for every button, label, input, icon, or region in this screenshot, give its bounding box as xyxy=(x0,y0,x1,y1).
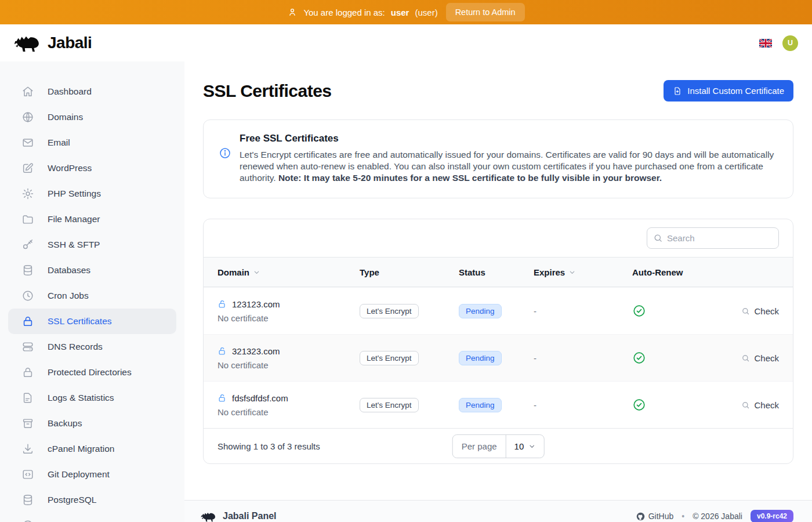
expires-value: - xyxy=(534,306,632,316)
chevron-down-icon xyxy=(253,269,260,276)
sidebar-item-dns-records[interactable]: DNS Records xyxy=(8,334,176,360)
type-badge: Let's Encrypt xyxy=(360,304,419,318)
sidebar-item-ssl-certificates[interactable]: SSL Certificates xyxy=(8,309,176,334)
sidebar-item-protected-directories[interactable]: Protected Directories xyxy=(8,360,176,385)
info-card-title: Free SSL Certificates xyxy=(240,133,778,144)
sidebar-item-databases[interactable]: Databases xyxy=(8,258,176,283)
sidebar-item-label: Domains xyxy=(48,112,83,122)
search-icon xyxy=(741,307,750,316)
archive-icon xyxy=(21,416,35,430)
sidebar-item-backups[interactable]: Backups xyxy=(8,411,176,436)
return-to-admin-button[interactable]: Return to Admin xyxy=(446,3,525,21)
check-button[interactable]: Check xyxy=(741,400,779,410)
results-summary: Showing 1 to 3 of 3 results xyxy=(217,441,320,451)
install-custom-certificate-button[interactable]: Install Custom Certificate xyxy=(664,80,793,102)
sidebar-item-label: File Manager xyxy=(48,214,100,224)
sidebar: Dashboard Domains Email WordPress PHP Se… xyxy=(0,61,184,522)
unlock-icon xyxy=(217,346,227,356)
lock-icon xyxy=(21,314,35,328)
certificate-subtext: No certificate xyxy=(217,360,360,370)
sidebar-item-label: SSH & SFTP xyxy=(48,240,100,250)
status-badge: Pending xyxy=(459,398,502,412)
logged-in-text: You are logged in as: xyxy=(303,8,385,17)
github-link[interactable]: GitHub xyxy=(636,512,674,521)
database-icon xyxy=(21,493,35,507)
pencil-square-icon xyxy=(21,161,35,175)
sidebar-item-dashboard[interactable]: Dashboard xyxy=(8,79,176,104)
auto-renew-check-icon[interactable] xyxy=(632,398,741,412)
check-label: Check xyxy=(754,400,779,410)
user-avatar[interactable]: U xyxy=(782,35,798,51)
sidebar-item-git-deployment[interactable]: Git Deployment xyxy=(8,462,176,487)
check-button[interactable]: Check xyxy=(741,306,779,316)
logged-in-role: (user) xyxy=(415,8,437,17)
brand-logo[interactable]: Jabali xyxy=(14,32,92,53)
impersonation-bar: You are logged in as: user (user) Return… xyxy=(0,0,812,24)
table-header-row: Domain Type Status Expires Auto-Renew xyxy=(204,257,793,287)
logged-in-username: user xyxy=(391,8,409,17)
domain-name[interactable]: 123123.com xyxy=(232,299,280,309)
sidebar-item-email[interactable]: Email xyxy=(8,130,176,155)
column-header-status: Status xyxy=(459,267,534,277)
column-label: Domain xyxy=(217,267,249,277)
auto-renew-check-icon[interactable] xyxy=(632,351,741,365)
gear-icon xyxy=(21,187,35,201)
sidebar-item-php-settings[interactable]: PHP Settings xyxy=(8,181,176,206)
type-badge: Let's Encrypt xyxy=(360,398,419,412)
search-input[interactable] xyxy=(647,227,779,249)
mail-icon xyxy=(21,136,35,150)
check-label: Check xyxy=(754,306,779,316)
footer-brand: Jabali Panel xyxy=(223,511,277,521)
download-icon xyxy=(21,442,35,456)
status-badge: Pending xyxy=(459,351,502,365)
sidebar-item-ssh-sftp[interactable]: SSH & SFTP xyxy=(8,232,176,258)
column-header-auto-renew: Auto-Renew xyxy=(632,267,779,277)
chevron-down-icon xyxy=(568,269,576,276)
column-label: Status xyxy=(459,267,485,277)
table-row: 123123.com No certificate Let's Encrypt … xyxy=(204,287,793,334)
sidebar-item-file-manager[interactable]: File Manager xyxy=(8,206,176,232)
per-page-label: Per page xyxy=(453,435,506,458)
sidebar-item-cpanel-migration[interactable]: cPanel Migration xyxy=(8,436,176,462)
unlock-icon xyxy=(217,299,227,309)
check-button[interactable]: Check xyxy=(741,353,779,363)
expires-value: - xyxy=(534,353,632,363)
app-header: Jabali U xyxy=(0,24,812,61)
sidebar-item-label: PHP Settings xyxy=(48,188,101,199)
search-icon xyxy=(741,354,750,362)
search-icon xyxy=(741,401,750,409)
lock-icon xyxy=(21,365,35,379)
domain-name[interactable]: fdsfsdfdsf.com xyxy=(232,393,288,403)
sidebar-item-wordpress[interactable]: WordPress xyxy=(8,155,176,181)
code-icon xyxy=(21,467,35,481)
per-page-control: Per page 10 xyxy=(452,434,545,458)
table-row: fdsfsdfdsf.com No certificate Let's Encr… xyxy=(204,381,793,428)
file-plus-icon xyxy=(673,86,682,96)
sidebar-item-logs-statistics[interactable]: Logs & Statistics xyxy=(8,385,176,411)
column-header-domain[interactable]: Domain xyxy=(217,267,360,277)
sidebar-item-domains[interactable]: Domains xyxy=(8,104,176,130)
domain-name[interactable]: 321323.com xyxy=(232,346,280,356)
sidebar-item-label: DNS Records xyxy=(48,342,103,352)
sidebar-item-cron-jobs[interactable]: Cron Jobs xyxy=(8,283,176,309)
sidebar-item-label: WordPress xyxy=(48,163,92,173)
sidebar-item-label: Backups xyxy=(48,418,82,429)
sidebar-item-postgresql[interactable]: PostgreSQL xyxy=(8,487,176,513)
column-header-expires[interactable]: Expires xyxy=(534,267,632,277)
table-footer: Showing 1 to 3 of 3 results Per page 10 xyxy=(204,428,793,463)
free-ssl-info-card: Free SSL Certificates Let's Encrypt cert… xyxy=(203,119,793,198)
sidebar-item-label: Logs & Statistics xyxy=(48,393,114,403)
per-page-select[interactable]: 10 xyxy=(506,435,544,458)
server-icon xyxy=(21,340,35,354)
column-label: Expires xyxy=(534,267,565,277)
main-content: SSL Certificates Install Custom Certific… xyxy=(184,61,812,522)
install-button-label: Install Custom Certificate xyxy=(687,86,784,96)
uk-flag-icon[interactable] xyxy=(759,39,772,48)
check-label: Check xyxy=(754,353,779,363)
chevron-down-icon xyxy=(528,443,535,450)
sidebar-item-label: cPanel Migration xyxy=(48,444,114,454)
footer-separator: • xyxy=(682,512,684,521)
auto-renew-check-icon[interactable] xyxy=(632,304,741,318)
column-label: Type xyxy=(360,267,379,277)
sidebar-item-partial[interactable] xyxy=(8,513,176,522)
